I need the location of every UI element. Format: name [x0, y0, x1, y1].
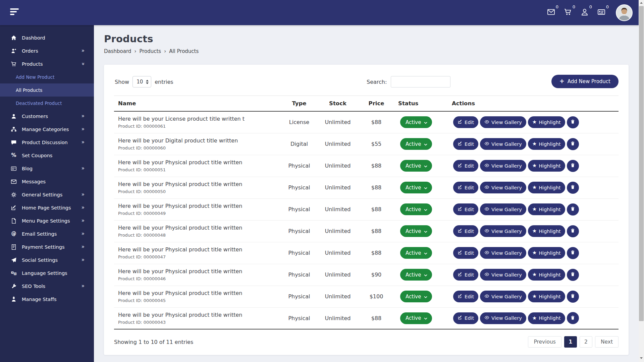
- select-arrows-icon: [146, 80, 149, 84]
- status-dropdown-button[interactable]: Active: [400, 160, 432, 172]
- status-dropdown-button[interactable]: Active: [400, 203, 432, 215]
- menu-toggle-icon[interactable]: [10, 8, 19, 16]
- delete-button[interactable]: [567, 116, 579, 128]
- column-header-type[interactable]: Type: [280, 96, 317, 112]
- view-gallery-button[interactable]: View Gallery: [480, 203, 526, 215]
- view-gallery-button[interactable]: View Gallery: [480, 182, 526, 193]
- pagination-page-2[interactable]: 2: [580, 336, 592, 348]
- delete-button[interactable]: [567, 138, 579, 150]
- column-header-status[interactable]: Status: [394, 96, 448, 112]
- status-dropdown-button[interactable]: Active: [400, 116, 432, 128]
- view-gallery-button[interactable]: View Gallery: [480, 269, 526, 281]
- status-dropdown-button[interactable]: Active: [400, 312, 432, 324]
- sidebar-item-manage-staffs[interactable]: Manage Staffs: [0, 293, 94, 306]
- sidebar-item-general-settings[interactable]: General Settings»: [0, 188, 94, 201]
- view-gallery-button[interactable]: View Gallery: [480, 247, 526, 259]
- pagination-previous-button[interactable]: Previous: [528, 336, 561, 348]
- view-gallery-button[interactable]: View Gallery: [480, 160, 526, 172]
- view-gallery-button[interactable]: View Gallery: [480, 116, 526, 128]
- sidebar-item-manage-categories[interactable]: Manage Categories»: [0, 123, 94, 136]
- breadcrumb-dashboard[interactable]: Dashboard: [104, 48, 131, 54]
- page-size-select[interactable]: 10: [132, 76, 151, 87]
- edit-button[interactable]: Edit: [453, 247, 478, 259]
- highlight-button[interactable]: ★Highlight: [528, 138, 565, 150]
- sidebar-item-home-page-settings[interactable]: Home Page Settings»: [0, 201, 94, 214]
- sidebar-subitem-deactivated-product[interactable]: Deactivated Product: [0, 97, 94, 110]
- delete-button[interactable]: [567, 312, 579, 324]
- column-header-actions[interactable]: Actions: [448, 96, 619, 112]
- breadcrumb-products[interactable]: Products: [139, 48, 161, 54]
- view-gallery-button[interactable]: View Gallery: [480, 312, 526, 324]
- sidebar-item-seo-tools[interactable]: SEO Tools»: [0, 280, 94, 293]
- status-dropdown-button[interactable]: Active: [400, 291, 432, 302]
- breadcrumb-all-products[interactable]: All Products: [169, 48, 199, 54]
- edit-button[interactable]: Edit: [453, 182, 478, 193]
- status-label: Active: [406, 272, 421, 278]
- navbar-envelope-button[interactable]: 0: [547, 8, 555, 17]
- delete-button[interactable]: [567, 182, 579, 194]
- sidebar-item-dashbord[interactable]: Dashbord: [0, 31, 94, 44]
- highlight-button[interactable]: ★Highlight: [528, 203, 565, 215]
- column-header-name[interactable]: Name: [114, 96, 280, 112]
- status-dropdown-button[interactable]: Active: [400, 182, 432, 193]
- highlight-button[interactable]: ★Highlight: [528, 116, 565, 128]
- edit-button[interactable]: Edit: [453, 225, 478, 237]
- status-dropdown-button[interactable]: Active: [400, 269, 432, 281]
- status-dropdown-button[interactable]: Active: [400, 247, 432, 259]
- edit-button[interactable]: Edit: [453, 160, 478, 172]
- scroll-down-arrow-icon[interactable]: [639, 355, 644, 361]
- highlight-button[interactable]: ★Highlight: [528, 312, 565, 324]
- highlight-button[interactable]: ★Highlight: [528, 269, 565, 281]
- edit-button[interactable]: Edit: [453, 269, 478, 281]
- view-gallery-button[interactable]: View Gallery: [480, 291, 526, 302]
- sidebar-subitem-all-products[interactable]: All Products: [0, 83, 94, 97]
- delete-button[interactable]: [567, 203, 579, 216]
- sidebar-item-set-coupons[interactable]: %Set Coupons: [0, 149, 94, 162]
- status-dropdown-button[interactable]: Active: [400, 225, 432, 237]
- highlight-button[interactable]: ★Highlight: [528, 160, 565, 172]
- delete-button[interactable]: [567, 291, 579, 303]
- sidebar-item-product-discussion[interactable]: Product Discussion»: [0, 136, 94, 149]
- pagination-next-button[interactable]: Next: [595, 336, 619, 348]
- scrollbar[interactable]: [639, 0, 644, 362]
- delete-button[interactable]: [567, 247, 579, 259]
- edit-button[interactable]: Edit: [453, 138, 478, 150]
- edit-button[interactable]: Edit: [453, 291, 478, 302]
- view-gallery-button[interactable]: View Gallery: [480, 225, 526, 237]
- highlight-button[interactable]: ★Highlight: [528, 291, 565, 302]
- user-avatar[interactable]: [616, 4, 633, 21]
- sidebar-item-messages[interactable]: Messages: [0, 175, 94, 188]
- sidebar-item-email-settings[interactable]: @Email Settings»: [0, 227, 94, 240]
- search-input[interactable]: [391, 76, 450, 87]
- sidebar-item-orders[interactable]: Orders»: [0, 44, 94, 57]
- sidebar-item-customers[interactable]: Customers»: [0, 110, 94, 123]
- navbar-cart-button[interactable]: 0: [564, 8, 572, 17]
- status-dropdown-button[interactable]: Active: [400, 138, 432, 150]
- delete-button[interactable]: [567, 160, 579, 172]
- navbar-card-button[interactable]: 0: [597, 8, 606, 17]
- sidebar-item-language-settings[interactable]: ABLanguage Settings: [0, 266, 94, 280]
- delete-button[interactable]: [567, 225, 579, 237]
- add-new-product-button[interactable]: + Add New Product: [551, 75, 619, 88]
- sidebar-item-menu-page-settings[interactable]: Menu Page Settings»: [0, 214, 94, 227]
- sidebar-item-payment-settings[interactable]: Payment Settings»: [0, 240, 94, 253]
- navbar-user-button[interactable]: 0: [580, 8, 589, 17]
- sidebar-item-blog[interactable]: Blog»: [0, 162, 94, 175]
- product-price: $55: [371, 141, 382, 147]
- highlight-button[interactable]: ★Highlight: [528, 225, 565, 237]
- edit-button[interactable]: Edit: [453, 312, 478, 324]
- sidebar-item-social-settings[interactable]: Social Settings»: [0, 253, 94, 266]
- pagination-page-1[interactable]: 1: [564, 336, 577, 348]
- sidebar-subitem-add-new-product[interactable]: Add New Product: [0, 70, 94, 83]
- delete-button[interactable]: [567, 269, 579, 281]
- edit-button[interactable]: Edit: [453, 116, 478, 128]
- view-gallery-button[interactable]: View Gallery: [480, 138, 526, 150]
- highlight-button[interactable]: ★Highlight: [528, 182, 565, 193]
- scroll-up-arrow-icon[interactable]: [639, 0, 644, 5]
- scrollbar-thumb[interactable]: [639, 6, 644, 321]
- edit-button[interactable]: Edit: [453, 203, 478, 215]
- column-header-stock[interactable]: Stock: [317, 96, 357, 112]
- sidebar-item-products[interactable]: Products»: [0, 57, 94, 70]
- column-header-price[interactable]: Price: [357, 96, 394, 112]
- highlight-button[interactable]: ★Highlight: [528, 247, 565, 259]
